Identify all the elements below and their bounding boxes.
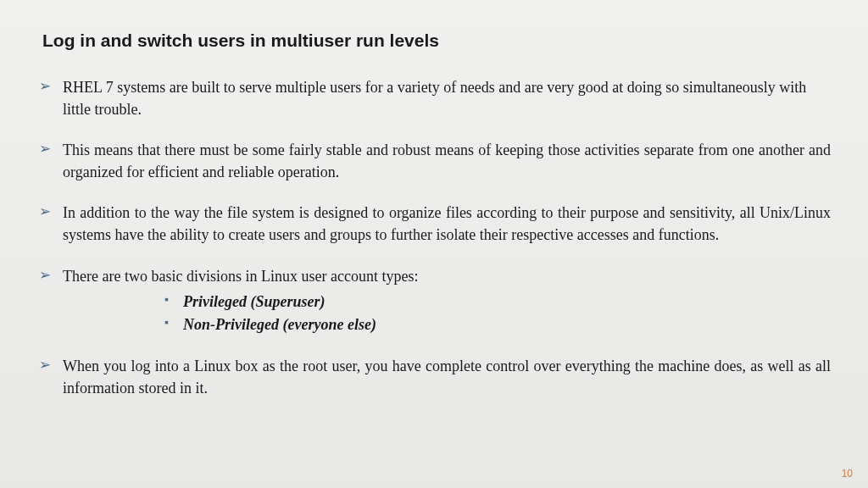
page-number: 10 — [842, 468, 853, 480]
sub-bullet-item: Non-Privileged (everyone else) — [164, 313, 831, 336]
slide-container: Log in and switch users in multiuser run… — [0, 0, 868, 443]
main-bullet-list: RHEL 7 systems are built to serve multip… — [37, 76, 831, 399]
bullet-item: When you log into a Linux box as the roo… — [37, 355, 831, 399]
bullet-item: In addition to the way the file system i… — [37, 202, 831, 246]
sub-bullet-item: Privileged (Superuser) — [164, 291, 831, 313]
slide-title: Log in and switch users in multiuser run… — [42, 30, 831, 51]
bullet-text: In addition to the way the file system i… — [63, 204, 831, 243]
bullet-item: There are two basic divisions in Linux u… — [37, 265, 831, 336]
bullet-item: This means that there must be some fairl… — [37, 139, 831, 183]
bullet-item: RHEL 7 systems are built to serve multip… — [37, 76, 831, 120]
bullet-text: When you log into a Linux box as the roo… — [63, 358, 831, 396]
sub-bullet-list: Privileged (Superuser) Non-Privileged (e… — [164, 291, 831, 336]
bullet-text: This means that there must be some fairl… — [63, 141, 831, 180]
bullet-text: RHEL 7 systems are built to serve multip… — [63, 79, 806, 118]
bullet-text: There are two basic divisions in Linux u… — [63, 268, 418, 285]
